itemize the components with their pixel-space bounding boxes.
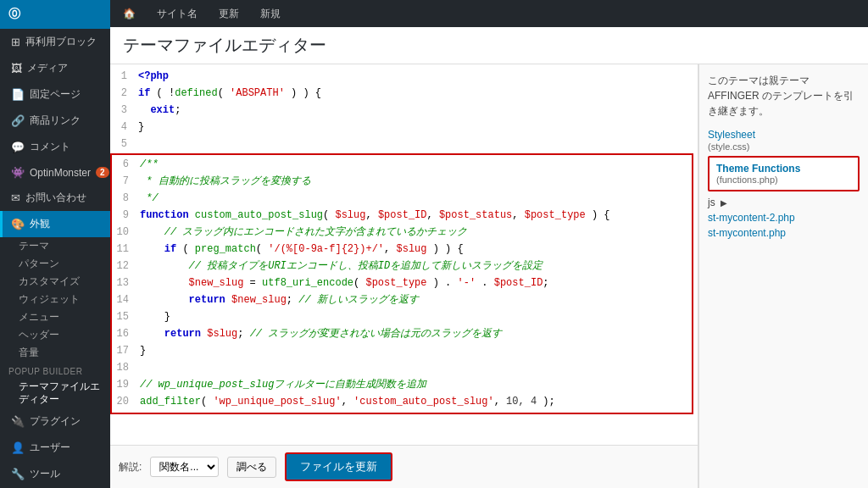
- code-line: 8 */: [112, 191, 692, 208]
- sidebar-submenu-pattern[interactable]: パターン: [0, 255, 110, 273]
- js-section[interactable]: js ▶: [708, 197, 860, 208]
- plugin-icon: 🔌: [11, 415, 25, 428]
- page-header: テーマファイルエディター: [110, 27, 868, 64]
- code-line: 20 add_filter( 'wp_unique_post_slug', 'c…: [112, 394, 692, 411]
- code-line: 1 <?php: [110, 69, 698, 86]
- sidebar-submenu-widget[interactable]: ウィジェット: [0, 291, 110, 308]
- code-line: 7 * 自動的に投稿スラッグを変換する: [112, 174, 692, 191]
- sidebar-logo: ⓪: [0, 0, 110, 29]
- sidebar-item-label: コメント: [30, 140, 70, 154]
- function-select[interactable]: 関数名...: [150, 457, 219, 477]
- sidebar-submenu-menu[interactable]: メニュー: [0, 308, 110, 326]
- right-panel-description: このテーマは親テーマ AFFINGER のテンプレートを引き継ぎます。: [708, 73, 860, 119]
- sidebar-item-label: お問い合わせ: [25, 191, 86, 205]
- code-line: 14 return $new_slug; // 新しいスラッグを返す: [112, 292, 692, 309]
- sidebar-item-label: ツール: [30, 467, 60, 481]
- sidebar-item-label: 商品リンク: [30, 114, 81, 128]
- sidebar-item-user[interactable]: 👤 ユーザー: [0, 435, 110, 461]
- appearance-icon: 🎨: [11, 218, 25, 230]
- reuse-block-icon: ⊞: [11, 36, 20, 48]
- code-panel: 1 <?php 2 if ( !defined( 'ABSPATH' ) ) {…: [110, 64, 698, 488]
- page-title: テーマファイルエディター: [123, 34, 326, 57]
- sidebar-item-label: メディア: [27, 61, 68, 75]
- code-line: 3 exit;: [110, 103, 698, 119]
- sidebar-item-optinmonster[interactable]: 👾 OptinMonster 2: [0, 160, 110, 185]
- highlighted-code-section: 6 /** 7 * 自動的に投稿スラッグを変換する 8 */ 9 functio…: [110, 153, 693, 414]
- main-content: 🏠 サイト名 更新 新規 テーマファイルエディター 1 <?php 2 if (…: [110, 0, 868, 488]
- theme-functions-active[interactable]: Theme Functions (functions.php): [708, 156, 860, 191]
- code-line: 17 }: [112, 343, 692, 360]
- sidebar-item-appearance[interactable]: 🎨 外観: [0, 211, 110, 237]
- right-panel: このテーマは親テーマ AFFINGER のテンプレートを引き継ぎます。 Styl…: [698, 64, 868, 488]
- code-line: 5: [110, 136, 698, 153]
- inquiry-icon: ✉: [11, 191, 20, 204]
- tool-icon: 🔧: [11, 468, 25, 480]
- topbar-site[interactable]: サイト名: [153, 7, 202, 21]
- sidebar-item-media[interactable]: 🖼 メディア: [0, 55, 110, 81]
- file2-link[interactable]: st-mycontent.php: [708, 227, 860, 239]
- topbar-new[interactable]: 新規: [256, 7, 285, 21]
- popup-builder-section: Popup Builder: [0, 362, 110, 378]
- code-line: 11 if ( preg_match( '/(%[0-9a-f]{2})+/',…: [112, 241, 692, 258]
- sidebar-item-fixed-page[interactable]: 📄 固定ページ: [0, 81, 110, 108]
- code-editor[interactable]: 1 <?php 2 if ( !defined( 'ABSPATH' ) ) {…: [110, 64, 698, 445]
- code-line: 13 $new_slug = utf8_uri_encode( $post_ty…: [112, 275, 692, 292]
- sidebar-item-label: 再利用ブロック: [25, 35, 97, 49]
- code-line: 2 if ( !defined( 'ABSPATH' ) ) {: [110, 86, 698, 103]
- code-line: 9 function custom_auto_post_slug( $slug,…: [112, 208, 692, 225]
- sidebar-submenu-customize[interactable]: カスタマイズ: [0, 273, 110, 291]
- topbar-home[interactable]: 🏠: [119, 8, 140, 19]
- sidebar: ⓪ ⊞ 再利用ブロック 🖼 メディア 📄 固定ページ 🔗 商品リンク 💬 コメン…: [0, 0, 110, 488]
- comment-icon: 💬: [11, 141, 25, 153]
- sidebar-item-tool[interactable]: 🔧 ツール: [0, 461, 110, 487]
- optinmonster-icon: 👾: [11, 166, 25, 179]
- update-file-button[interactable]: ファイルを更新: [285, 452, 392, 481]
- sidebar-item-comment[interactable]: 💬 コメント: [0, 134, 110, 160]
- sidebar-item-plugin[interactable]: 🔌 プラグイン: [0, 408, 110, 435]
- sidebar-item-label: 外観: [30, 217, 50, 231]
- sidebar-submenu-sound[interactable]: 音量: [0, 344, 110, 362]
- code-line: 19 // wp_unique_post_slugフィルターに自動生成関数を追加: [112, 377, 692, 394]
- sidebar-item-inquiry[interactable]: ✉ お問い合わせ: [0, 185, 110, 211]
- code-line: 16 return $slug; // スラッグが変更されない場合は元のスラッグ…: [112, 326, 692, 343]
- code-line: 18: [112, 360, 692, 377]
- sidebar-item-label: ユーザー: [30, 441, 70, 455]
- theme-functions-title: Theme Functions: [716, 163, 851, 175]
- media-icon: 🖼: [11, 62, 22, 75]
- user-icon: 👤: [11, 441, 25, 454]
- bottom-bar: 解説: 関数名... 調べる ファイルを更新: [110, 445, 698, 488]
- sidebar-submenu-theme-editor[interactable]: テーマファイルエディター: [0, 378, 110, 408]
- product-link-icon: 🔗: [11, 114, 25, 127]
- stylesheet-link[interactable]: Stylesheet (style.css): [708, 129, 860, 152]
- sidebar-item-label: OptinMonster: [30, 167, 91, 179]
- code-line: 15 }: [112, 309, 692, 326]
- optinmonster-badge: 2: [96, 167, 109, 178]
- code-line: 12 // 投稿タイプをURIエンコードし、投稿IDを追加して新しいスラッグを設…: [112, 258, 692, 275]
- js-arrow-icon: ▶: [721, 198, 727, 208]
- explain-label: 解説:: [119, 460, 142, 474]
- file1-link[interactable]: st-mycontent-2.php: [708, 212, 860, 224]
- topbar: 🏠 サイト名 更新 新規: [110, 0, 868, 27]
- code-line: 4 }: [110, 119, 698, 136]
- wp-logo-icon: ⓪: [8, 7, 20, 22]
- sidebar-item-product-link[interactable]: 🔗 商品リンク: [0, 108, 110, 134]
- sidebar-submenu-theme[interactable]: テーマ: [0, 237, 110, 255]
- sidebar-item-label: プラグイン: [30, 414, 81, 429]
- sidebar-item-label: 固定ページ: [30, 87, 81, 102]
- theme-functions-file: (functions.php): [716, 175, 851, 185]
- code-line: 10 // スラッグ内にエンコードされた文字が含まれているかチェック: [112, 225, 692, 241]
- fixed-page-icon: 📄: [11, 88, 25, 101]
- code-line: 6 /**: [112, 157, 692, 174]
- sidebar-item-reuse-block[interactable]: ⊞ 再利用ブロック: [0, 29, 110, 55]
- editor-area: 1 <?php 2 if ( !defined( 'ABSPATH' ) ) {…: [110, 64, 868, 488]
- lookup-button[interactable]: 調べる: [227, 457, 276, 478]
- sidebar-submenu-header[interactable]: ヘッダー: [0, 326, 110, 344]
- topbar-updates[interactable]: 更新: [214, 7, 243, 21]
